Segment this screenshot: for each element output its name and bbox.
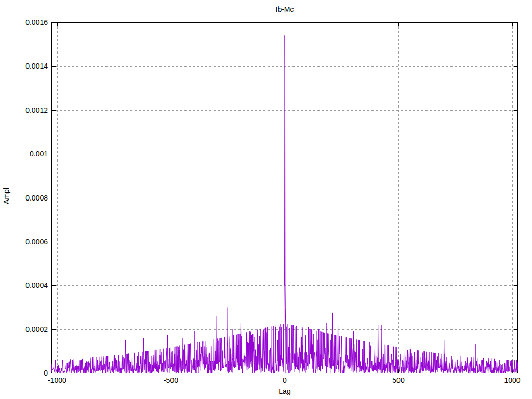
y-tick-label: 0.0016 [0,18,48,27]
chart-figure: Ib-Mc Ampl 00.00020.00040.00060.00080.00… [0,0,532,399]
x-tick-label: 1000 [491,376,532,385]
y-tick-label: 0.001 [0,149,48,158]
y-tick-label: 0.0012 [0,105,48,115]
x-tick-label: 0 [264,376,305,385]
y-tick-label: 0.0004 [0,281,48,290]
y-tick-label: 0.0006 [0,237,48,246]
x-tick-label: 500 [378,376,419,385]
x-axis-label: Lag [51,387,518,396]
x-tick-label: -500 [150,376,192,385]
y-tick-label: 0.0002 [0,325,48,334]
y-tick-label: 0.0008 [0,193,48,203]
y-tick-label: 0.0014 [0,61,48,71]
x-tick-label: -1000 [36,376,78,385]
plot-area [51,22,518,373]
chart-title: Ib-Mc [51,5,518,15]
